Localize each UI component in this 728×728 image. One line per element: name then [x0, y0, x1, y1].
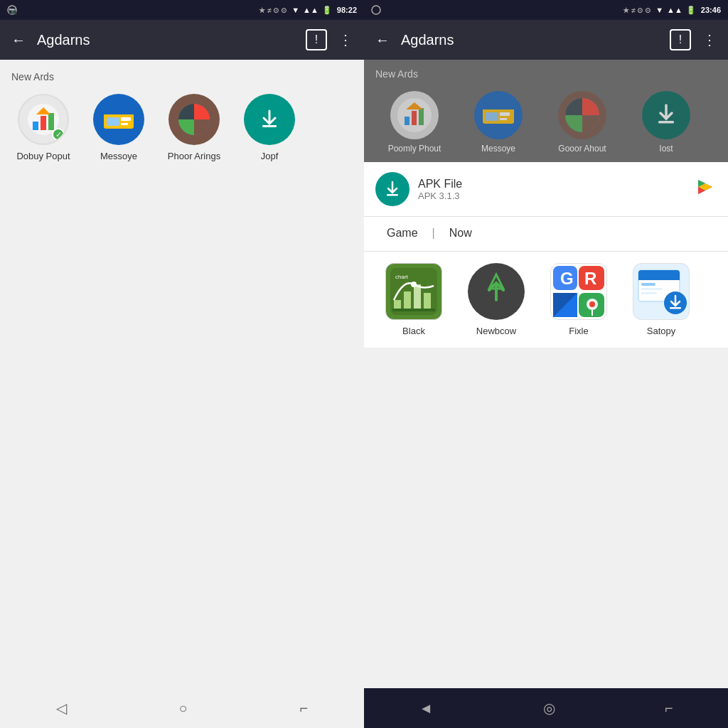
- svg-text:R: R: [584, 269, 596, 288]
- black-app-label: Black: [402, 326, 425, 336]
- svg-rect-11: [121, 117, 131, 121]
- tabs-row: Game | Now: [364, 217, 728, 252]
- svg-rect-9: [104, 107, 134, 114]
- left-app-icon-1: ✓: [18, 94, 69, 145]
- newbcow-app-label: Newbcow: [476, 326, 516, 336]
- svg-rect-60: [638, 276, 680, 280]
- left-app-item-4[interactable]: Jopf: [237, 94, 301, 161]
- svg-rect-18: [405, 117, 410, 125]
- apk-title: APK File: [418, 178, 685, 191]
- left-nav-recent[interactable]: ⌐: [299, 700, 308, 717]
- satopy-app-label: Satopy: [647, 326, 675, 336]
- svg-rect-62: [641, 288, 663, 290]
- left-back-button[interactable]: ←: [11, 32, 26, 48]
- svg-rect-20: [419, 108, 424, 125]
- right-overlay-app-3[interactable]: Gooor Ahout: [543, 91, 621, 154]
- right-nav-back[interactable]: ◄: [419, 700, 433, 717]
- right-nav-bar: ◄ ◎ ⌐: [364, 688, 728, 728]
- right-back-button[interactable]: ←: [375, 32, 390, 48]
- right-app-fixle[interactable]: G R Fixle: [540, 263, 617, 336]
- left-app-label-1: Dobuy Poput: [16, 151, 70, 161]
- play-store-icon[interactable]: [694, 178, 717, 200]
- left-nav-home[interactable]: ○: [179, 700, 188, 717]
- tab-game[interactable]: Game: [375, 217, 429, 251]
- right-overlay-app-2[interactable]: Messoye: [459, 91, 537, 154]
- svg-rect-30: [387, 194, 398, 196]
- right-status-time: ★ ≠ ⊙ ⊙ ▼ ▲▲ 🔋 23:46: [623, 6, 721, 15]
- left-app-icon-4: [244, 94, 295, 145]
- right-status-icons: [371, 5, 381, 15]
- right-nav-home[interactable]: ◎: [543, 700, 555, 717]
- left-nav-back[interactable]: ◁: [56, 700, 67, 717]
- svg-rect-39: [414, 284, 421, 311]
- apk-section: APK File APK 3.1.3: [364, 162, 728, 217]
- svg-point-16: [372, 6, 380, 14]
- black-app-icon: chart: [385, 263, 442, 320]
- right-app-satopy[interactable]: Satopy: [623, 263, 700, 336]
- apk-version: APK 3.1.3: [418, 191, 685, 201]
- right-overlay-title: New Ards: [375, 68, 717, 80]
- left-more-button[interactable]: ⋮: [338, 31, 353, 48]
- left-content: New Ards ✓ Dobuy Poput: [0, 60, 364, 688]
- left-app-label-3: Phoor Arings: [168, 151, 220, 161]
- right-overlay-app-4[interactable]: Iost: [627, 91, 705, 154]
- left-status-time: ★ ≠ ⊙ ⊙ ▼ ▲▲ 🔋 98:22: [259, 6, 357, 15]
- right-more-button[interactable]: ⋮: [702, 31, 717, 48]
- left-app-icon-3: [168, 94, 220, 145]
- svg-rect-61: [641, 283, 655, 286]
- left-app-item-3[interactable]: Phoor Arings: [162, 94, 226, 161]
- svg-rect-12: [121, 123, 128, 125]
- right-action-button[interactable]: !: [670, 29, 691, 50]
- right-panel: ★ ≠ ⊙ ⊙ ▼ ▲▲ 🔋 23:46 ← Agdarns ! ⋮ New A…: [364, 0, 728, 728]
- svg-rect-46: [491, 284, 502, 287]
- svg-rect-63: [641, 292, 657, 294]
- svg-rect-19: [412, 111, 417, 125]
- right-overlay-apps: Poomly Phout Messoye: [375, 91, 717, 154]
- left-app-icon-2: [93, 94, 144, 145]
- svg-text:G: G: [560, 269, 574, 288]
- svg-text:chart: chart: [395, 274, 409, 280]
- svg-rect-10: [107, 117, 119, 126]
- right-overlay-label-1: Poomly Phout: [388, 144, 441, 154]
- check-badge-1: ✓: [52, 128, 65, 141]
- right-overlay-label-2: Messoye: [481, 144, 515, 154]
- right-app-bar: ← Agdarns ! ⋮: [364, 20, 728, 60]
- right-overlay-icon-3: [558, 91, 606, 139]
- right-overlay-label-4: Iost: [659, 144, 673, 154]
- right-overlay-app-1[interactable]: Poomly Phout: [375, 91, 454, 154]
- right-overlay-icon-4: [642, 91, 690, 139]
- apk-info: APK File APK 3.1.3: [418, 178, 685, 201]
- svg-point-56: [589, 301, 595, 307]
- svg-rect-26: [500, 118, 507, 120]
- newbcow-app-icon: [468, 263, 525, 320]
- left-status-icons: 📷: [7, 5, 17, 15]
- fixle-app-icon: G R: [550, 263, 607, 320]
- right-apps-grid: chart Black Newbcow: [364, 252, 728, 348]
- svg-rect-15: [262, 125, 277, 127]
- tab-now[interactable]: Now: [438, 217, 483, 251]
- right-app-newbcow[interactable]: Newbcow: [458, 263, 535, 336]
- apk-icon: [375, 172, 410, 206]
- right-status-bar: ★ ≠ ⊙ ⊙ ▼ ▲▲ 🔋 23:46: [364, 0, 728, 20]
- right-app-title: Agdarns: [401, 32, 658, 48]
- right-nav-recent[interactable]: ⌐: [665, 700, 673, 717]
- left-app-title: Agdarns: [37, 32, 294, 48]
- right-app-black[interactable]: chart Black: [375, 263, 452, 336]
- right-overlay-label-3: Gooor Ahout: [558, 144, 606, 154]
- right-overlay-icon-2: [474, 91, 523, 139]
- left-status-bar: 📷 ★ ≠ ⊙ ⊙ ▼ ▲▲ 🔋 98:22: [0, 0, 364, 20]
- left-app-bar: ← Agdarns ! ⋮: [0, 20, 364, 60]
- svg-rect-42: [392, 309, 435, 311]
- right-overlay-icon-1: [390, 91, 439, 139]
- svg-rect-24: [486, 112, 498, 121]
- right-overlay-section: New Ards Poomly Phout: [364, 60, 728, 162]
- svg-rect-5: [48, 113, 54, 130]
- svg-rect-3: [33, 122, 38, 130]
- left-nav-bar: ◁ ○ ⌐: [0, 688, 364, 728]
- svg-rect-29: [658, 121, 674, 124]
- left-app-label-2: Messoye: [100, 151, 137, 161]
- left-action-button[interactable]: !: [306, 29, 327, 50]
- svg-rect-65: [670, 307, 681, 309]
- left-app-item-1[interactable]: ✓ Dobuy Poput: [11, 94, 75, 161]
- left-app-item-2[interactable]: Messoye: [87, 94, 151, 161]
